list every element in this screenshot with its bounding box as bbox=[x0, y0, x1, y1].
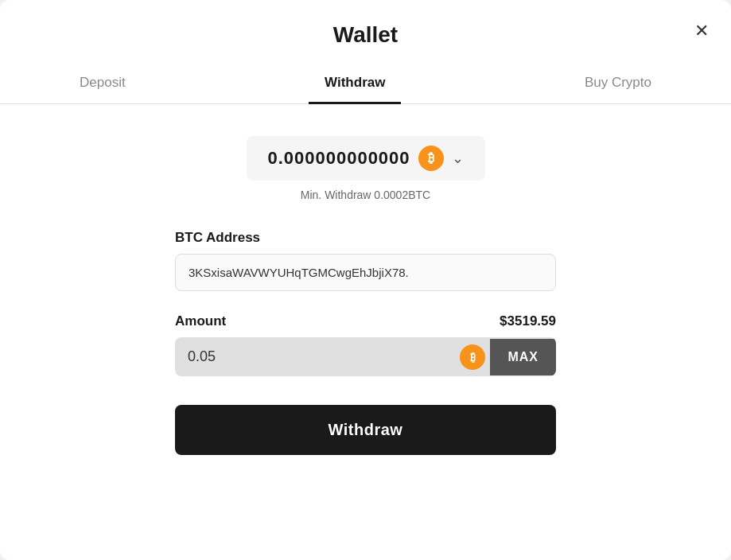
close-button[interactable]: ✕ bbox=[691, 19, 712, 43]
btc-currency-icon: ₿ bbox=[460, 344, 485, 370]
modal-header: Wallet ✕ bbox=[0, 0, 731, 48]
btc-icon: ₿ bbox=[418, 146, 444, 171]
amount-input-wrapper: ₿ MAX bbox=[175, 337, 556, 376]
btc-address-section: BTC Address bbox=[175, 230, 556, 313]
amount-header: Amount $3519.59 bbox=[175, 313, 556, 329]
btc-address-input[interactable] bbox=[175, 254, 556, 291]
amount-label: Amount bbox=[175, 313, 226, 329]
chevron-down-icon: ⌄ bbox=[452, 150, 464, 167]
max-button[interactable]: MAX bbox=[490, 339, 556, 375]
amount-input[interactable] bbox=[175, 337, 460, 376]
min-withdraw-text: Min. Withdraw 0.0002BTC bbox=[301, 189, 430, 201]
tab-buy-crypto[interactable]: Buy Crypto bbox=[569, 64, 667, 104]
tabs-container: Deposit Withdraw Buy Crypto bbox=[0, 64, 731, 104]
amount-section: Amount $3519.59 ₿ MAX bbox=[175, 313, 556, 405]
tab-withdraw[interactable]: Withdraw bbox=[309, 64, 401, 104]
wallet-modal: Wallet ✕ Deposit Withdraw Buy Crypto 0.0… bbox=[0, 0, 731, 560]
tab-deposit[interactable]: Deposit bbox=[64, 64, 142, 104]
modal-title: Wallet bbox=[333, 22, 398, 48]
balance-amount: 0.000000000000 bbox=[267, 148, 410, 169]
main-content: 0.000000000000 ₿ ⌄ Min. Withdraw 0.0002B… bbox=[0, 104, 731, 487]
balance-selector[interactable]: 0.000000000000 ₿ ⌄ bbox=[247, 136, 485, 181]
btc-address-label: BTC Address bbox=[175, 230, 556, 246]
withdraw-button[interactable]: Withdraw bbox=[175, 405, 556, 455]
amount-usd-value: $3519.59 bbox=[500, 313, 556, 329]
